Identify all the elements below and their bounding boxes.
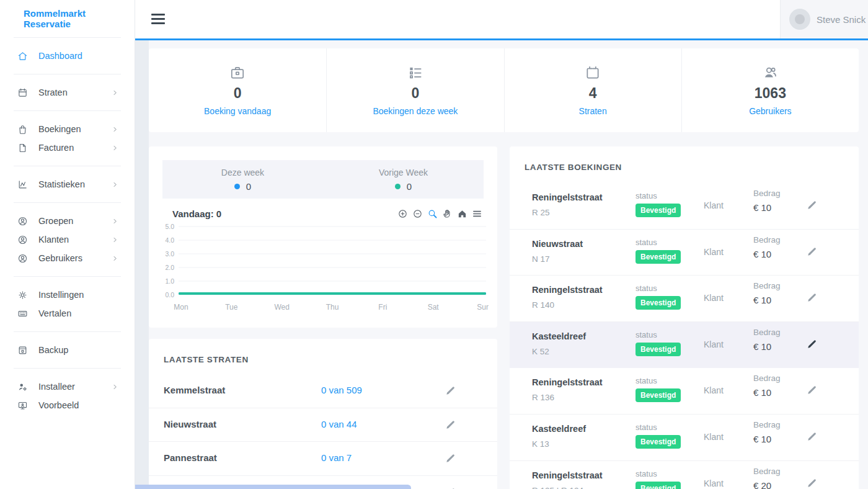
straat-name: Pannestraat	[164, 452, 217, 463]
sidebar-item-dashboard[interactable]: Dashboard	[0, 47, 135, 65]
edit-pencil-icon[interactable]	[806, 384, 818, 396]
laatste-straten-card: LAATSTE STRATEN Kemmelstraat0 van 509Nie…	[149, 339, 497, 489]
users-icon	[762, 65, 778, 81]
user-gear-icon	[17, 382, 28, 392]
user-circle-icon	[17, 235, 28, 245]
edit-pencil-icon[interactable]	[445, 419, 456, 431]
bedrag-column-label: Bedrag	[753, 235, 781, 244]
klant-column-label: Klant	[704, 432, 724, 442]
zoom-out-icon[interactable]	[412, 209, 423, 219]
sidebar-item-statistieken[interactable]: Statistieken	[0, 175, 135, 194]
edit-pencil-icon[interactable]	[806, 199, 818, 211]
svg-text:Sun: Sun	[477, 303, 489, 312]
edit-pencil-icon[interactable]	[806, 477, 818, 489]
status-column-label: status	[636, 330, 657, 339]
weekly-chart-card: Deze week0Vorige Week0 Vandaag: 0 5.04.0…	[149, 146, 497, 328]
edit-pencil-icon[interactable]	[806, 431, 818, 442]
pan-icon[interactable]	[442, 209, 453, 219]
bag-icon	[17, 124, 28, 135]
users-icon	[762, 65, 778, 81]
stats-icon	[17, 179, 28, 190]
boeking-street: Reningelststraat	[532, 285, 603, 295]
status-bubble	[130, 485, 411, 489]
status-badge: Bevestigd	[636, 250, 681, 264]
svg-text:1.0: 1.0	[165, 277, 174, 285]
sidebar-item-vertalen[interactable]: Vertalen	[0, 304, 135, 323]
sidebar-item-label: Gebruikers	[38, 253, 82, 263]
boeking-code: K 13	[532, 439, 549, 449]
boeking-row: KasteeldreefK 52statusBevestigdKlantBedr…	[510, 322, 859, 369]
stat-label-link[interactable]: Gebruikers	[749, 106, 791, 116]
sidebar-item-backup[interactable]: Backup	[0, 341, 135, 359]
avatar	[789, 9, 810, 30]
pencil-icon	[445, 385, 456, 397]
monitor-icon	[17, 400, 28, 411]
stat-label-link[interactable]: Straten	[579, 106, 607, 116]
status-badge: Bevestigd	[636, 388, 681, 402]
hamburger-menu-icon[interactable]	[151, 14, 165, 24]
boeking-bedrag: € 10	[753, 249, 771, 259]
bedrag-column-label: Bedrag	[753, 328, 781, 337]
pencil-icon	[806, 431, 818, 442]
boeking-code: R 25	[532, 208, 550, 217]
stat-label-link[interactable]: Boekingen deze week	[373, 106, 458, 116]
edit-pencil-icon[interactable]	[445, 385, 456, 397]
stat-label-link[interactable]: Boeking vandaag	[204, 106, 271, 116]
sidebar-item-gebruikers[interactable]: Gebruikers	[0, 249, 135, 267]
chart-title: Vandaag: 0	[172, 209, 221, 219]
sidebar-item-label: Backup	[38, 345, 68, 355]
zoom-in-icon[interactable]	[397, 209, 408, 219]
edit-pencil-icon[interactable]	[806, 292, 818, 303]
sidebar-item-groepen[interactable]: Groepen	[0, 212, 135, 230]
straat-count-link[interactable]: 0 van 44	[321, 419, 357, 429]
boeking-row: KasteeldreefK 13statusBevestigdKlantBedr…	[510, 415, 859, 461]
chevron-right-icon	[112, 145, 118, 151]
menu-icon[interactable]	[472, 209, 482, 219]
sidebar-item-boekingen[interactable]: Boekingen	[0, 120, 135, 138]
sidebar-item-label: Straten	[38, 87, 68, 97]
edit-pencil-icon[interactable]	[806, 246, 818, 258]
status-badge: Bevestigd	[636, 482, 681, 489]
selection-zoom-icon[interactable]	[427, 209, 438, 219]
list-icon	[407, 65, 423, 81]
line-chart-svg: 5.04.03.02.01.00.0MonTueWedThuFriSatSun	[157, 222, 489, 316]
stat-card-2: 4Straten	[504, 48, 681, 132]
straat-row: Pannestraat0 van 7	[149, 442, 497, 476]
content-scrollbar-track[interactable]	[135, 40, 149, 489]
status-column-label: status	[636, 191, 657, 200]
sidebar-item-label: Instellingen	[38, 290, 84, 300]
monitor-icon	[17, 400, 28, 411]
gear-icon	[17, 290, 28, 300]
edit-pencil-icon[interactable]	[806, 338, 818, 350]
calendar-check-icon	[585, 65, 601, 81]
straat-count-link[interactable]: 0 van 7	[321, 452, 352, 463]
boeking-street: Nieuwstraat	[532, 239, 583, 249]
sidebar-item-straten[interactable]: Straten	[0, 83, 135, 102]
brand-title: Rommelmarkt Reservatie	[0, 0, 135, 37]
straat-count-link[interactable]: 0 van 509	[321, 385, 362, 395]
reset-home-icon[interactable]	[457, 209, 467, 219]
reset-home-icon	[457, 209, 467, 219]
keyboard-icon	[17, 308, 28, 319]
boeking-bedrag: € 10	[753, 202, 771, 213]
sidebar-item-instellingen[interactable]: Instellingen	[0, 285, 135, 304]
chevron-right-icon	[112, 89, 118, 96]
sidebar-item-installeer[interactable]: Installeer	[0, 377, 135, 396]
user-name: Steve Snick	[817, 14, 866, 25]
pencil-icon	[806, 384, 818, 396]
bag-icon	[17, 124, 28, 135]
svg-text:4.0: 4.0	[165, 236, 174, 244]
sidebar-item-voorbeeld[interactable]: Voorbeeld	[0, 396, 135, 415]
edit-pencil-icon[interactable]	[445, 487, 456, 489]
boeking-row: ReningelststraatR 136statusBevestigdKlan…	[510, 368, 859, 415]
klant-column-label: Klant	[704, 293, 724, 303]
zoom-out-icon	[412, 209, 423, 219]
edit-pencil-icon[interactable]	[445, 452, 456, 464]
user-menu[interactable]: Steve Snick	[780, 0, 868, 38]
chart-header: Vandaag: 0	[172, 209, 482, 219]
home-icon	[17, 51, 28, 61]
sidebar-item-facturen[interactable]: Facturen	[0, 138, 135, 157]
sidebar-item-klanten[interactable]: Klanten	[0, 230, 135, 249]
pencil-icon	[445, 452, 456, 464]
chevron-right-icon	[112, 384, 118, 390]
